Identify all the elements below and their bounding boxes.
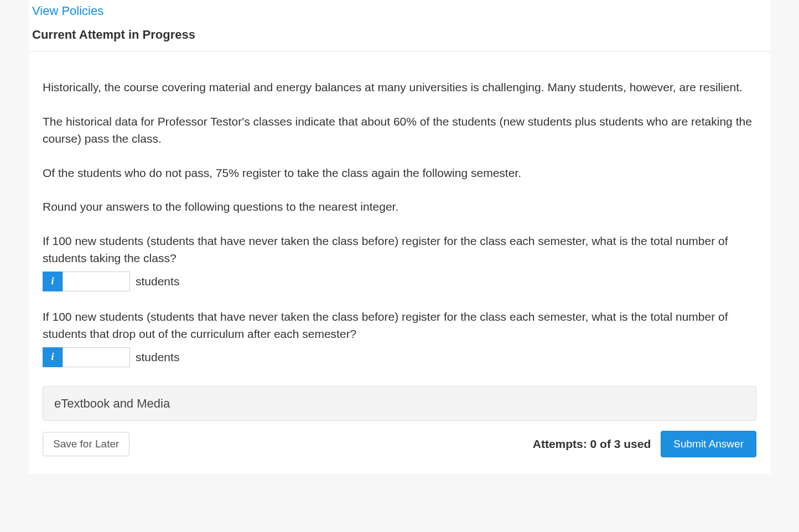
answer-input-2[interactable]	[63, 347, 130, 367]
info-icon[interactable]: i	[43, 347, 63, 367]
unit-label: students	[136, 273, 179, 290]
attempts-counter: Attempts: 0 of 3 used	[533, 435, 651, 453]
question-paragraph: The historical data for Professor Testor…	[43, 113, 756, 148]
question-paragraph: Of the students who do not pass, 75% reg…	[43, 164, 756, 182]
footer-bar: Save for Later Attempts: 0 of 3 used Sub…	[29, 431, 770, 474]
info-icon[interactable]: i	[43, 272, 63, 291]
answer-input-row-2: i students	[43, 347, 756, 367]
question-container: View Policies Current Attempt in Progres…	[29, 0, 770, 474]
answer-input-row-1: i students	[43, 272, 756, 291]
answer-input-1[interactable]	[63, 272, 130, 291]
question-paragraph: Historically, the course covering materi…	[43, 79, 756, 96]
view-policies-link[interactable]: View Policies	[29, 0, 107, 20]
submit-answer-button[interactable]: Submit Answer	[661, 431, 756, 457]
question-paragraph: Round your answers to the following ques…	[43, 198, 756, 216]
unit-label: students	[136, 348, 179, 366]
question-prompt-1: If 100 new students (students that have …	[43, 232, 756, 267]
save-for-later-button[interactable]: Save for Later	[43, 432, 129, 456]
question-prompt-2: If 100 new students (students that have …	[43, 308, 756, 343]
question-body: Historically, the course covering materi…	[29, 52, 770, 386]
etextbook-media-bar[interactable]: eTextbook and Media	[43, 386, 756, 421]
attempt-status-heading: Current Attempt in Progress	[29, 20, 770, 52]
footer-right-group: Attempts: 0 of 3 used Submit Answer	[533, 431, 756, 457]
